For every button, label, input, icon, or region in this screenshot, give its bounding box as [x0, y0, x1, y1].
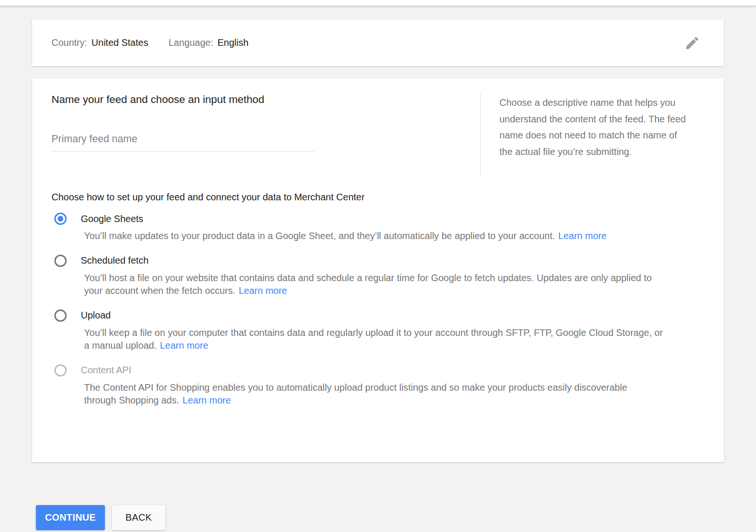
radio-content-api[interactable]	[54, 364, 67, 377]
country-label: Country:	[52, 37, 87, 48]
radio-google-sheets[interactable]	[54, 213, 67, 225]
primary-feed-name-input[interactable]	[52, 133, 315, 152]
feed-method-option-scheduled-fetch: Scheduled fetch You’ll host a file on yo…	[52, 255, 705, 298]
feed-name-help-text: Choose a descriptive name that helps you…	[499, 94, 690, 160]
feed-method-option-content-api: Content API The Content API for Shopping…	[52, 364, 705, 407]
input-method-section-label: Choose how to set up your feed and conne…	[52, 192, 365, 203]
option-description-upload: You’ll keep a file on your computer that…	[84, 326, 670, 352]
pencil-icon	[684, 45, 700, 52]
country-language-bar: Country: United States Language: English	[32, 19, 724, 66]
edit-country-language-button[interactable]	[682, 33, 702, 53]
learn-more-link-scheduled-fetch[interactable]: Learn more	[239, 285, 287, 296]
option-label-content-api[interactable]: Content API	[81, 365, 131, 376]
page: Country: United States Language: English…	[0, 0, 756, 532]
option-label-upload[interactable]: Upload	[81, 310, 111, 321]
option-description-content-api: The Content API for Shopping enables you…	[84, 381, 642, 407]
back-button[interactable]: BACK	[112, 505, 165, 530]
feed-method-option-upload: Upload You’ll keep a file on your comput…	[52, 309, 705, 352]
country-value: United States	[92, 37, 148, 48]
language-label: Language:	[169, 37, 214, 48]
option-description-google-sheets: You’ll make updates to your product data…	[84, 230, 705, 243]
option-description-text: The Content API for Shopping enables you…	[84, 382, 627, 406]
vertical-divider	[480, 93, 481, 176]
country-setting: Country: United States	[52, 37, 148, 48]
learn-more-link-content-api[interactable]: Learn more	[182, 395, 231, 405]
radio-scheduled-fetch[interactable]	[54, 255, 67, 267]
page-title: Name your feed and choose an input metho…	[52, 94, 264, 106]
option-description-scheduled-fetch: You’ll host a file on your website that …	[84, 272, 670, 298]
learn-more-link-google-sheets[interactable]: Learn more	[558, 231, 607, 241]
language-setting: Language: English	[169, 37, 249, 48]
top-bar	[0, 0, 756, 6]
feed-method-option-google-sheets: Google Sheets You’ll make updates to you…	[52, 213, 705, 243]
feed-setup-card: Name your feed and choose an input metho…	[32, 78, 724, 462]
option-label-scheduled-fetch[interactable]: Scheduled fetch	[81, 255, 148, 266]
option-label-google-sheets[interactable]: Google Sheets	[81, 214, 143, 224]
option-description-text: You’ll host a file on your website that …	[84, 273, 652, 296]
learn-more-link-upload[interactable]: Learn more	[160, 340, 208, 351]
option-description-text: You’ll make updates to your product data…	[84, 231, 555, 241]
input-method-options: Google Sheets You’ll make updates to you…	[52, 213, 705, 419]
language-value: English	[217, 37, 249, 48]
radio-upload[interactable]	[54, 309, 67, 322]
continue-button[interactable]: CONTINUE	[36, 505, 105, 530]
